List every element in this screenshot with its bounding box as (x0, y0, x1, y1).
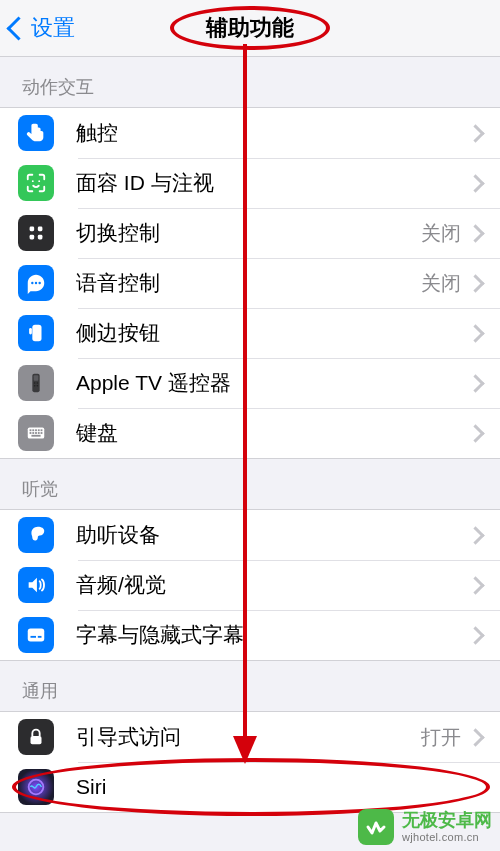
row-label: 音频/视觉 (76, 571, 469, 599)
svg-rect-18 (32, 429, 34, 431)
svg-rect-17 (30, 429, 32, 431)
chevron-right-icon (466, 174, 484, 192)
svg-rect-24 (35, 432, 37, 434)
row-touch[interactable]: 触控 (0, 108, 500, 158)
row-label: 切换控制 (76, 219, 421, 247)
back-label: 设置 (31, 13, 75, 43)
svg-rect-26 (41, 432, 43, 434)
voice-control-icon (18, 265, 54, 301)
chevron-right-icon (466, 224, 484, 242)
svg-point-13 (37, 382, 39, 384)
section-header-motion: 动作交互 (0, 57, 500, 107)
svg-rect-31 (31, 736, 42, 744)
svg-rect-9 (32, 325, 41, 342)
watermark-logo-icon (358, 809, 394, 845)
row-label: 侧边按钮 (76, 319, 469, 347)
switch-control-icon (18, 215, 54, 251)
group-hearing: 助听设备 音频/视觉 字幕与隐藏式字幕 (0, 509, 500, 661)
keyboard-icon (18, 415, 54, 451)
row-guided-access[interactable]: 引导式访问 打开 (0, 712, 500, 762)
chevron-right-icon (466, 626, 484, 644)
row-subtitles[interactable]: 字幕与隐藏式字幕 (0, 610, 500, 660)
speaker-icon (18, 567, 54, 603)
row-label: 字幕与隐藏式字幕 (76, 621, 469, 649)
row-switch-control[interactable]: 切换控制 关闭 (0, 208, 500, 258)
svg-rect-3 (38, 227, 43, 232)
chevron-right-icon (466, 374, 484, 392)
svg-rect-30 (38, 636, 42, 638)
row-label: 引导式访问 (76, 723, 421, 751)
row-status: 打开 (421, 724, 461, 751)
row-label: Siri (76, 775, 500, 799)
svg-rect-21 (41, 429, 43, 431)
chevron-right-icon (466, 728, 484, 746)
svg-point-8 (38, 282, 40, 284)
svg-point-14 (34, 385, 36, 387)
chevron-right-icon (466, 526, 484, 544)
svg-point-0 (32, 180, 34, 182)
siri-icon (18, 769, 54, 805)
svg-rect-29 (31, 636, 37, 638)
row-voice-control[interactable]: 语音控制 关闭 (0, 258, 500, 308)
hearing-icon (18, 517, 54, 553)
navbar: 设置 辅助功能 (0, 0, 500, 57)
watermark-text-1: 无极安卓网 (402, 811, 492, 831)
chevron-right-icon (466, 424, 484, 442)
row-label: Apple TV 遥控器 (76, 369, 469, 397)
row-label: 语音控制 (76, 269, 421, 297)
svg-rect-19 (35, 429, 37, 431)
row-side-button[interactable]: 侧边按钮 (0, 308, 500, 358)
svg-point-6 (31, 282, 33, 284)
chevron-right-icon (466, 124, 484, 142)
svg-rect-27 (31, 435, 40, 437)
watermark-text-2: wjhotel.com.cn (402, 831, 492, 843)
row-status: 关闭 (421, 270, 461, 297)
row-status: 关闭 (421, 220, 461, 247)
svg-point-1 (38, 180, 40, 182)
svg-rect-23 (32, 432, 34, 434)
row-audio-visual[interactable]: 音频/视觉 (0, 560, 500, 610)
svg-rect-4 (30, 235, 35, 240)
back-button[interactable]: 设置 (0, 13, 75, 43)
row-faceid[interactable]: 面容 ID 与注视 (0, 158, 500, 208)
svg-rect-2 (30, 227, 35, 232)
chevron-right-icon (466, 274, 484, 292)
svg-rect-25 (38, 432, 40, 434)
svg-rect-20 (38, 429, 40, 431)
svg-point-7 (35, 282, 37, 284)
chevron-right-icon (466, 576, 484, 594)
row-hearing-devices[interactable]: 助听设备 (0, 510, 500, 560)
side-button-icon (18, 315, 54, 351)
row-label: 触控 (76, 119, 469, 147)
chevron-right-icon (466, 324, 484, 342)
apple-tv-remote-icon (18, 365, 54, 401)
lock-icon (18, 719, 54, 755)
face-id-icon (18, 165, 54, 201)
svg-point-15 (37, 385, 39, 387)
row-label: 面容 ID 与注视 (76, 169, 469, 197)
row-keyboard[interactable]: 键盘 (0, 408, 500, 458)
group-motion: 触控 面容 ID 与注视 切换控制 关闭 语音控制 关闭 (0, 107, 500, 459)
page-title: 辅助功能 (0, 13, 500, 43)
section-header-hearing: 听觉 (0, 459, 500, 509)
svg-rect-28 (28, 629, 45, 642)
chevron-left-icon (6, 16, 30, 40)
row-label: 助听设备 (76, 521, 469, 549)
svg-rect-22 (30, 432, 32, 434)
svg-rect-5 (38, 235, 43, 240)
row-siri[interactable]: Siri (0, 762, 500, 812)
svg-point-12 (34, 382, 36, 384)
row-apple-tv-remote[interactable]: Apple TV 遥控器 (0, 358, 500, 408)
row-label: 键盘 (76, 419, 469, 447)
svg-rect-11 (34, 375, 39, 381)
section-header-general: 通用 (0, 661, 500, 711)
watermark: 无极安卓网 wjhotel.com.cn (358, 809, 492, 845)
subtitles-icon (18, 617, 54, 653)
group-general: 引导式访问 打开 Siri (0, 711, 500, 813)
touch-icon (18, 115, 54, 151)
